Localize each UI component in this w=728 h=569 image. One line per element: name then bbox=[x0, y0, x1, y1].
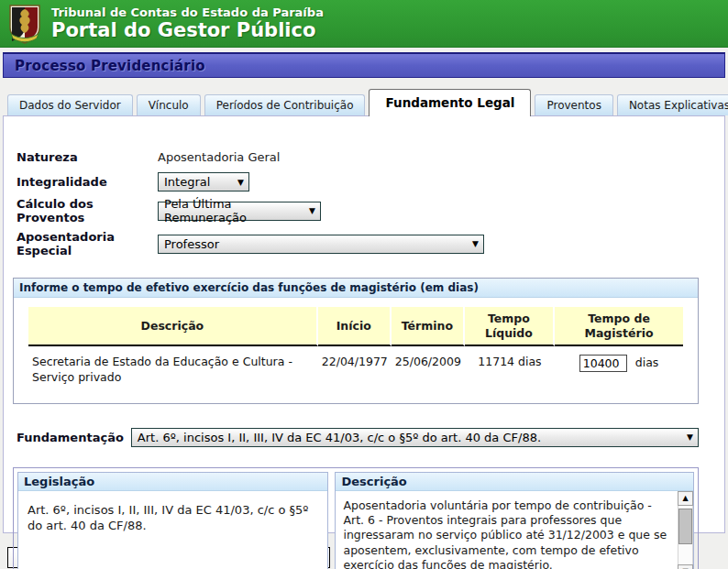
col-header-inicio: Início bbox=[318, 307, 392, 346]
scrollbar-track[interactable] bbox=[678, 506, 693, 564]
magisterio-table: Descrição Início Término Tempo Líquido T… bbox=[28, 307, 683, 388]
descricao-text: Aposentadoria voluntária por tempo de co… bbox=[336, 491, 678, 569]
descricao-panel-title: Descrição bbox=[336, 473, 693, 491]
tce-pb-coat-of-arms-icon bbox=[7, 4, 42, 44]
legal-panels-container: Legislação Art. 6º, incisos I, II, III, … bbox=[13, 467, 699, 569]
scrollbar-thumb[interactable] bbox=[678, 509, 692, 545]
legislacao-panel-title: Legislação bbox=[18, 473, 327, 491]
integralidade-select[interactable]: Integral ▼ bbox=[158, 172, 249, 191]
tab-vinculo[interactable]: Vínculo bbox=[137, 94, 201, 115]
aposentadoria-especial-label: Aposentadoria Especial bbox=[17, 230, 158, 257]
tab-notas-explicativas[interactable]: Notas Explicativas bbox=[617, 94, 728, 115]
tempo-magisterio-input[interactable] bbox=[579, 355, 627, 372]
integralidade-row: Integralidade Integral ▼ bbox=[17, 172, 724, 191]
col-header-termino: Término bbox=[392, 307, 465, 346]
natureza-row: Natureza Aposentadoria Geral bbox=[17, 148, 724, 167]
tab-dados-do-servidor[interactable]: Dados do Servidor bbox=[7, 94, 133, 115]
legislacao-panel: Legislação Art. 6º, incisos I, II, III, … bbox=[17, 472, 328, 569]
fundamento-form: Natureza Aposentadoria Geral Integralida… bbox=[4, 116, 724, 257]
cell-termino: 25/06/2009 bbox=[392, 346, 465, 388]
tab-fundamento-legal[interactable]: Fundamento Legal bbox=[369, 89, 531, 116]
cell-tempo-liquido: 11714 dias bbox=[465, 346, 555, 388]
descricao-panel: Descrição Aposentadoria voluntária por t… bbox=[335, 472, 694, 569]
chevron-down-icon: ▼ bbox=[472, 239, 479, 248]
aposentadoria-especial-selected-value: Professor bbox=[164, 237, 219, 251]
natureza-label: Natureza bbox=[17, 150, 158, 164]
chevron-down-icon: ▼ bbox=[687, 432, 693, 442]
fundamentacao-row: Fundamentação Art. 6º, incisos I, II, II… bbox=[17, 428, 699, 447]
chevron-down-icon: ▼ bbox=[237, 178, 244, 187]
portal-name: Portal do Gestor Público bbox=[51, 19, 324, 41]
cell-tempo-magisterio: dias bbox=[555, 346, 683, 388]
natureza-value: Aposentadoria Geral bbox=[158, 150, 280, 164]
tab-strip: Dados do Servidor Vínculo Períodos de Co… bbox=[3, 89, 725, 115]
col-header-descricao: Descrição bbox=[28, 307, 318, 346]
aposentadoria-especial-row: Aposentadoria Especial Professor ▼ bbox=[17, 230, 724, 257]
magisterio-panel-title: Informe o tempo de efetivo exercício das… bbox=[14, 279, 698, 298]
col-header-tempo-liquido: Tempo Líquido bbox=[465, 307, 555, 346]
calculo-proventos-label: Cálculo dos Proventos bbox=[17, 197, 158, 224]
aposentadoria-especial-select[interactable]: Professor ▼ bbox=[158, 235, 484, 254]
scroll-up-icon[interactable]: ▲ bbox=[678, 491, 693, 506]
integralidade-selected-value: Integral bbox=[164, 175, 210, 189]
app-header: Tribunal de Contas do Estado da Paraíba … bbox=[0, 0, 728, 48]
fundamentacao-label: Fundamentação bbox=[17, 431, 124, 444]
magisterio-panel: Informe o tempo de efetivo exercício das… bbox=[13, 278, 699, 404]
table-row: Secretaria de Estado da Educação e Cultu… bbox=[28, 346, 683, 388]
fundamentacao-select[interactable]: Art. 6º, incisos I, II, III, IV da EC 41… bbox=[131, 428, 699, 447]
calculo-proventos-select[interactable]: Pela Última Remuneração ▼ bbox=[158, 202, 321, 221]
descricao-body-wrapper: Aposentadoria voluntária por tempo de co… bbox=[336, 491, 693, 569]
magisterio-table-wrapper: Descrição Início Término Tempo Líquido T… bbox=[14, 298, 698, 403]
scroll-down-icon[interactable]: ▼ bbox=[678, 564, 693, 569]
cell-inicio: 22/04/1977 bbox=[318, 346, 392, 388]
tab-proventos[interactable]: Proventos bbox=[535, 94, 612, 115]
chevron-down-icon: ▼ bbox=[309, 206, 315, 215]
page-title-bar: Processo Previdenciário bbox=[3, 52, 725, 78]
calculo-proventos-selected-value: Pela Última Remuneração bbox=[164, 197, 302, 224]
fundamentacao-selected-value: Art. 6º, incisos I, II, III, IV da EC 41… bbox=[138, 431, 541, 444]
legislacao-text: Art. 6º, incisos I, II, III, IV da EC 41… bbox=[18, 491, 327, 545]
org-name: Tribunal de Contas do Estado da Paraíba bbox=[51, 5, 324, 19]
magisterio-header-row: Descrição Início Término Tempo Líquido T… bbox=[28, 307, 683, 346]
tempo-magisterio-unit: dias bbox=[635, 356, 659, 369]
integralidade-label: Integralidade bbox=[17, 175, 158, 189]
tab-content-fundamento-legal: Natureza Aposentadoria Geral Integralida… bbox=[3, 115, 725, 533]
page-title: Processo Previdenciário bbox=[4, 58, 205, 74]
tab-periodos-de-contribuicao[interactable]: Períodos de Contribuição bbox=[204, 94, 366, 115]
calculo-proventos-row: Cálculo dos Proventos Pela Última Remune… bbox=[17, 197, 724, 224]
descricao-scrollbar[interactable]: ▲ ▼ bbox=[678, 491, 693, 569]
col-header-tempo-magisterio: Tempo de Magistério bbox=[555, 307, 683, 346]
cell-descricao: Secretaria de Estado da Educação e Cultu… bbox=[28, 346, 318, 388]
